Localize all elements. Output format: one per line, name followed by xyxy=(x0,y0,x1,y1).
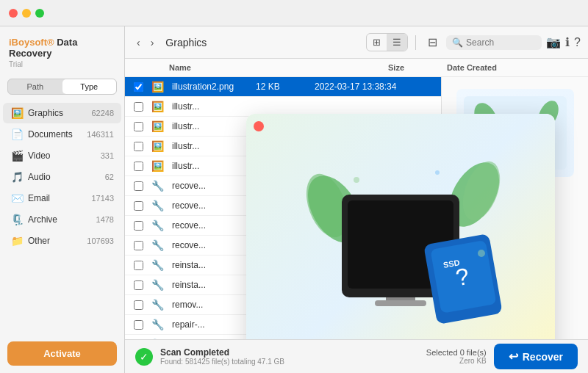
email-count: 17143 xyxy=(91,194,114,203)
sidebar-item-label: Graphics xyxy=(28,108,91,118)
selected-info-section: Selected 0 file(s) Zero KB xyxy=(426,348,487,365)
file-type-icon: 🔧 xyxy=(151,200,169,211)
camera-button[interactable]: 📷 xyxy=(546,35,561,49)
file-name: reinsta... xyxy=(172,260,256,270)
selected-size: Zero KB xyxy=(426,357,487,365)
sidebar-item-email[interactable]: ✉️ Email 17143 xyxy=(3,188,121,209)
graphics-icon: 🖼️ xyxy=(10,106,24,120)
svg-point-13 xyxy=(435,170,440,175)
activate-section: Activate xyxy=(7,341,117,366)
file-size: 12 KB xyxy=(256,82,315,92)
file-type-icon: 🔧 xyxy=(151,180,169,192)
file-name: illustr... xyxy=(172,101,256,112)
scan-detail: Found: 581425 file(s) totaling 47.1 GB xyxy=(160,358,284,366)
file-name: illustr... xyxy=(172,121,256,131)
svg-point-14 xyxy=(478,250,485,257)
documents-count: 146311 xyxy=(87,130,114,139)
list-view-button[interactable]: ☰ xyxy=(387,34,407,51)
sidebar-item-label: Documents xyxy=(28,129,87,140)
content-area: ‹ › Graphics ⊞ ☰ ⊟ 🔍 📷 ℹ ? xyxy=(125,26,588,373)
view-toggle: ⊞ ☰ xyxy=(366,33,408,51)
column-name[interactable]: Name xyxy=(169,63,388,72)
file-name: repair-... xyxy=(172,319,256,330)
file-type-icon: 🔧 xyxy=(151,259,169,271)
file-type-icon: 🖼️ xyxy=(151,81,169,93)
recover-icon: ↩ xyxy=(509,350,518,363)
sidebar-item-label: Archive xyxy=(28,214,96,225)
file-type-icon: 🖼️ xyxy=(151,120,169,132)
close-button[interactable] xyxy=(9,9,18,18)
forward-button[interactable]: › xyxy=(146,34,159,51)
column-date[interactable]: Date Created xyxy=(447,63,564,72)
search-input[interactable] xyxy=(466,37,536,48)
sidebar-header: iBoysoft® Data Recovery Trial xyxy=(0,26,124,74)
column-size[interactable]: Size xyxy=(388,63,447,72)
title-bar xyxy=(0,0,588,26)
maximize-button[interactable] xyxy=(35,9,44,18)
video-icon: 🎬 xyxy=(10,149,24,162)
documents-icon: 📄 xyxy=(10,128,24,141)
breadcrumb: Graphics xyxy=(165,37,207,48)
file-date: 2022-03-17 13:38:34 xyxy=(315,82,432,92)
sidebar-item-archive[interactable]: 🗜️ Archive 1478 xyxy=(3,209,121,230)
recover-label: Recover xyxy=(523,351,563,363)
tab-type[interactable]: Type xyxy=(62,79,117,94)
sidebar-item-documents[interactable]: 📄 Documents 146311 xyxy=(3,124,121,145)
bottom-bar: ✓ Scan Completed Found: 581425 file(s) t… xyxy=(125,339,588,373)
filter-button[interactable]: ⊟ xyxy=(423,32,442,52)
sidebar-item-graphics[interactable]: 🖼️ Graphics 62248 xyxy=(3,103,121,123)
video-count: 331 xyxy=(101,151,114,160)
search-box: 🔍 xyxy=(446,35,542,50)
back-button[interactable]: ‹ xyxy=(132,34,145,51)
file-type-icon: 🔧 xyxy=(151,299,169,311)
sidebar-item-label: Audio xyxy=(28,172,105,182)
mac-illustration-svg: ? SSD xyxy=(290,151,511,339)
file-type-icon: 🔧 xyxy=(151,319,169,330)
sidebar: iBoysoft® Data Recovery Trial Path Type … xyxy=(0,26,125,373)
scan-status-text: Scan Completed Found: 581425 file(s) tot… xyxy=(160,347,284,366)
preview-image: ? SSD xyxy=(246,114,555,339)
sidebar-items: 🖼️ Graphics 62248 📄 Documents 146311 🎬 V… xyxy=(0,99,124,334)
audio-count: 62 xyxy=(105,173,114,181)
sidebar-tabs: Path Type xyxy=(7,79,117,95)
toolbar-nav: ‹ › xyxy=(132,34,158,51)
sidebar-item-other[interactable]: 📁 Other 107693 xyxy=(3,231,121,251)
sidebar-item-label: Video xyxy=(28,151,101,161)
traffic-lights xyxy=(9,9,44,18)
preview-overlay: ? SSD xyxy=(246,114,555,339)
file-name: illustration2.png xyxy=(172,82,256,92)
grid-view-button[interactable]: ⊞ xyxy=(367,34,387,51)
file-type-icon: 🖼️ xyxy=(151,140,169,152)
sidebar-item-label: Email xyxy=(28,193,91,203)
sidebar-item-video[interactable]: 🎬 Video 331 xyxy=(3,145,121,166)
archive-count: 1478 xyxy=(96,215,114,224)
file-type-icon: 🖼️ xyxy=(151,160,169,172)
other-icon: 📁 xyxy=(10,234,24,247)
help-button[interactable]: ? xyxy=(574,36,581,49)
recover-button[interactable]: ↩ Recover xyxy=(494,344,578,369)
toolbar-right-icons: 📷 ℹ ? xyxy=(546,35,581,49)
graphics-count: 62248 xyxy=(91,109,114,117)
overlay-close-dot[interactable] xyxy=(254,121,264,131)
svg-rect-5 xyxy=(375,300,426,306)
file-name: recove... xyxy=(172,200,256,211)
other-count: 107693 xyxy=(87,236,114,245)
audio-icon: 🎵 xyxy=(10,170,24,184)
minimize-button[interactable] xyxy=(22,9,31,18)
file-name: recove... xyxy=(172,181,256,191)
scan-status-icon: ✓ xyxy=(135,348,153,366)
file-checkbox[interactable] xyxy=(134,82,151,92)
file-type-icon: 🖼️ xyxy=(151,101,169,112)
file-name: illustr... xyxy=(172,161,256,171)
svg-point-12 xyxy=(354,177,359,183)
info-button[interactable]: ℹ xyxy=(565,35,570,49)
tab-path[interactable]: Path xyxy=(8,79,62,94)
file-name: recove... xyxy=(172,220,256,231)
archive-icon: 🗜️ xyxy=(10,213,24,226)
sidebar-item-audio[interactable]: 🎵 Audio 62 xyxy=(3,167,121,187)
file-type-icon: 🔧 xyxy=(151,279,169,291)
table-row[interactable]: 🖼️ illustration2.png 12 KB 2022-03-17 13… xyxy=(125,77,441,97)
selected-count: Selected 0 file(s) xyxy=(426,348,487,357)
activate-button[interactable]: Activate xyxy=(7,341,117,366)
file-name: remov... xyxy=(172,300,256,310)
